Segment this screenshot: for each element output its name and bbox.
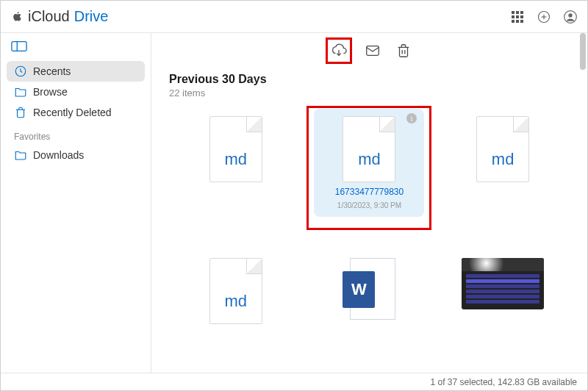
favorites-label: Favorites [14,132,145,142]
file-item[interactable]: md [181,109,291,217]
mail-button[interactable] [362,40,383,61]
sidebar-item-recents[interactable]: Recents [7,61,145,82]
sidebar-item-downloads[interactable]: Downloads [7,145,145,165]
trash-icon [14,106,27,119]
status-bar: 1 of 37 selected, 142.83 GB available [1,373,587,390]
svg-text:i: i [411,115,413,123]
file-type-icon: md [209,116,262,182]
section-count: 22 items [169,87,570,98]
brand-text-1: iCloud [28,8,70,25]
annotation-highlight [326,37,352,64]
scrollbar[interactable] [580,33,586,70]
delete-button[interactable] [393,40,414,61]
file-item[interactable] [448,251,558,331]
file-item[interactable]: md [181,251,291,331]
file-type-icon: md [209,258,262,324]
svg-point-4 [568,13,572,17]
status-text: 1 of 37 selected, 142.83 GB available [431,377,577,387]
account-icon[interactable] [562,9,578,25]
brand[interactable]: iCloud Drive [11,8,108,25]
sidebar-item-label: Recents [33,65,71,77]
add-icon[interactable] [536,9,552,25]
toolbar [151,33,587,68]
sidebar-item-label: Browse [33,86,68,98]
brand-text-2: Drive [74,8,109,25]
clock-icon [14,65,27,78]
file-type-icon: md [476,116,529,182]
file-meta: 1/30/2023, 9:30 PM [337,201,401,209]
sidebar-item-label: Recently Deleted [33,107,112,118]
cloud-download-icon [331,43,347,59]
header: iCloud Drive [1,1,587,33]
file-name: 16733477779830 [335,187,404,197]
svg-rect-5 [12,42,26,51]
word-doc-icon: W [343,258,395,324]
apps-grid-icon[interactable] [509,9,526,25]
file-type-icon: md [343,116,395,182]
file-grid: md i md 16733477779830 1/30/2023, 9:30 P… [169,109,570,331]
sidebar: Recents Browse Recently Deleted Favorite… [1,33,151,373]
section-header: Previous 30 Days 22 items [169,73,570,98]
apple-logo-icon [11,10,24,23]
sidebar-toggle-icon[interactable] [11,40,145,55]
section-title: Previous 30 Days [169,73,570,86]
file-grid-area: Previous 30 Days 22 items md i md [151,68,587,373]
sidebar-item-label: Downloads [33,149,84,161]
info-icon[interactable]: i [406,113,417,123]
image-thumbnail [462,258,544,309]
sidebar-item-recently-deleted[interactable]: Recently Deleted [7,102,145,123]
sidebar-item-browse[interactable]: Browse [7,82,145,102]
trash-icon [395,43,412,59]
file-item[interactable]: W [314,251,424,331]
svg-rect-8 [366,46,379,56]
header-actions [509,9,578,25]
main: Previous 30 Days 22 items md i md [151,33,587,373]
download-button[interactable] [329,40,349,61]
folder-icon [14,148,27,162]
folder-icon [14,85,27,98]
file-item-selected[interactable]: i md 16733477779830 1/30/2023, 9:30 PM [314,109,424,217]
file-item[interactable]: md [448,109,558,217]
envelope-icon [365,43,381,59]
